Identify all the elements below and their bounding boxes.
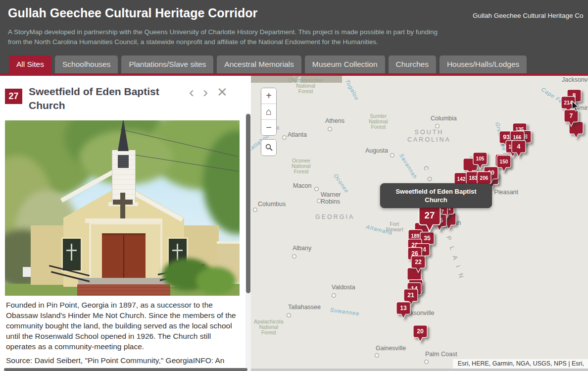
map-label-forest: ApalachicolaNationalForest bbox=[254, 319, 284, 335]
map-label-river: Tugaloo bbox=[344, 78, 360, 101]
svg-text:7: 7 bbox=[570, 112, 573, 119]
city-dot bbox=[287, 313, 291, 318]
map-bottom-edge bbox=[251, 369, 588, 371]
city-dot bbox=[328, 127, 332, 131]
svg-text:4: 4 bbox=[517, 143, 521, 150]
map-label-river: Suwannee bbox=[330, 307, 360, 317]
site-photo bbox=[5, 120, 240, 296]
site-number-badge: 27 bbox=[5, 89, 22, 104]
city-dot bbox=[435, 124, 440, 128]
map-label-city: Athens bbox=[325, 117, 344, 124]
map-attribution: Esri, HERE, Garmin, NGA, USGS, NPS | Esr… bbox=[453, 359, 588, 369]
map-label-city: Columbus bbox=[258, 201, 286, 208]
panel-scrollbar-thumb[interactable] bbox=[246, 114, 250, 293]
map-label-forest: SumterNationalForest bbox=[369, 113, 388, 130]
svg-text:20: 20 bbox=[417, 328, 424, 335]
city-dot bbox=[317, 199, 321, 203]
map-label-city: Albany bbox=[293, 245, 311, 252]
map[interactable]: AtlantaAthensColumbiaAugustaMaconWarnerR… bbox=[251, 76, 588, 371]
map-label-region: GEORGIA bbox=[315, 213, 354, 221]
panel-nav: ‹ › ✕ bbox=[189, 85, 228, 100]
header: Gullah Geechee Cultural Heritage Corrido… bbox=[0, 0, 588, 73]
svg-text:21: 21 bbox=[407, 292, 414, 299]
zoom-control: + ⌂ − bbox=[261, 88, 277, 136]
zoom-out-button[interactable]: − bbox=[261, 119, 276, 135]
city-dot bbox=[332, 293, 336, 298]
map-label-region: SOUTHCAROLINA bbox=[407, 129, 451, 144]
prev-site-button[interactable]: ‹ bbox=[189, 85, 194, 100]
map-marker-13[interactable]: 13 bbox=[396, 302, 411, 319]
tab-bar: All SitesSchoolhousesPlantations/Slave s… bbox=[9, 55, 527, 73]
map-marker-4[interactable]: 4 bbox=[511, 140, 526, 158]
map-label-forest: OconeeNationalForest bbox=[292, 158, 311, 174]
svg-text:206: 206 bbox=[480, 175, 489, 181]
steeple-louver bbox=[118, 155, 129, 168]
map-label-city: Tallahassee bbox=[288, 304, 321, 311]
home-button[interactable]: ⌂ bbox=[261, 104, 276, 119]
search-button[interactable] bbox=[261, 140, 276, 155]
mouse-cursor-icon bbox=[572, 101, 581, 112]
svg-text:13: 13 bbox=[400, 305, 407, 312]
church-window bbox=[61, 237, 82, 272]
city-dot bbox=[390, 153, 394, 158]
search-icon bbox=[265, 144, 273, 151]
svg-text:166: 166 bbox=[513, 135, 522, 140]
map-label-forest: ChattahoocheeNationalForest bbox=[288, 78, 323, 94]
map-label-city: Columbia bbox=[431, 115, 457, 122]
close-panel-button[interactable]: ✕ bbox=[217, 85, 228, 100]
map-label-city: WarnerRobins bbox=[321, 191, 341, 205]
brick-steps bbox=[77, 284, 170, 296]
header-subtitle: A StoryMap developed in partnership with… bbox=[8, 27, 451, 47]
storymap-app: Gullah Geechee Cultural Heritage Corrido… bbox=[0, 0, 588, 371]
tab-ancestral-memorials[interactable]: Ancestral Memorials bbox=[217, 55, 301, 73]
site-title: Sweetfield of Eden Baptist Church bbox=[29, 85, 177, 112]
svg-text:150: 150 bbox=[500, 159, 508, 164]
next-site-button[interactable]: › bbox=[203, 85, 208, 100]
svg-text:22: 22 bbox=[415, 259, 422, 265]
window-title: Gullah Geechee Cultural Heritage Co bbox=[473, 12, 588, 19]
map-label-city: Jacksonville bbox=[562, 76, 588, 83]
map-label-city: Palm Coast bbox=[425, 351, 457, 358]
tab-museum-collection[interactable]: Museum Collection bbox=[305, 55, 385, 73]
map-marker-27[interactable]: 27 bbox=[418, 206, 441, 233]
search-control bbox=[261, 139, 277, 156]
svg-text:35: 35 bbox=[424, 235, 431, 242]
map-marker-20[interactable]: 20 bbox=[413, 325, 428, 343]
tab-schoolhouses[interactable]: Schoolhouses bbox=[55, 55, 118, 73]
svg-text:142: 142 bbox=[457, 176, 466, 182]
city-dot bbox=[314, 187, 319, 191]
city-dot bbox=[424, 360, 429, 364]
map-label-city: Valdosta bbox=[332, 284, 355, 291]
city-dot bbox=[375, 353, 379, 358]
city-dot bbox=[253, 208, 257, 212]
gable-cross bbox=[113, 200, 133, 205]
map-marker-22[interactable]: 22 bbox=[411, 256, 426, 273]
gable-cross bbox=[120, 193, 125, 219]
tab-all-sites[interactable]: All Sites bbox=[9, 55, 51, 73]
map-label-river: Savannah bbox=[398, 153, 419, 180]
tab-houses-halls-lodges[interactable]: Houses/Halls/Lodges bbox=[440, 55, 527, 73]
map-label-city: Atlanta bbox=[288, 131, 307, 138]
svg-text:27: 27 bbox=[425, 210, 435, 220]
church-doors bbox=[102, 233, 146, 282]
porch-platform bbox=[78, 278, 169, 285]
svg-text:105: 105 bbox=[476, 156, 485, 161]
bush bbox=[196, 267, 236, 295]
map-tooltip: Sweetfield of Eden Baptist Church bbox=[380, 183, 492, 208]
map-marker-150[interactable]: 150 bbox=[496, 155, 511, 173]
city-dot bbox=[282, 135, 287, 140]
site-panel: 27 Sweetfield of Eden Baptist Church ‹ ›… bbox=[0, 76, 251, 371]
zoom-in-button[interactable]: + bbox=[261, 88, 276, 104]
map-label-city: Macon bbox=[293, 182, 312, 189]
city-dot bbox=[292, 254, 296, 259]
map-label-city: Augusta bbox=[365, 147, 388, 154]
site-description: Founded in Pin Point, Georgia in 1897, a… bbox=[6, 300, 238, 352]
tab-plantations-slave-sites[interactable]: Plantations/Slave sites bbox=[121, 55, 213, 73]
panel-hscrollbar-thumb[interactable] bbox=[4, 368, 247, 371]
page-title: Gullah Geechee Cultural Heritage Corrido… bbox=[8, 6, 257, 20]
tab-churches[interactable]: Churches bbox=[389, 55, 436, 73]
map-label-city: Gainesville bbox=[376, 345, 406, 352]
svg-text:189: 189 bbox=[411, 233, 420, 239]
